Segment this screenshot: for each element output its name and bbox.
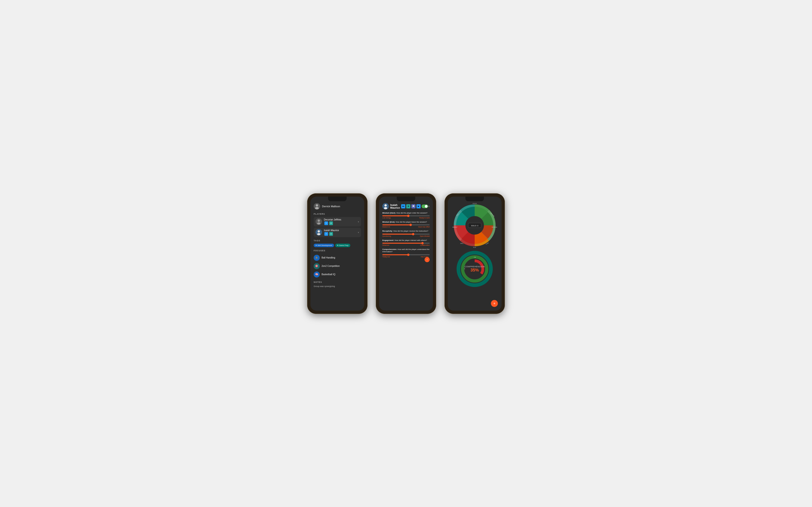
metric-1-track[interactable] bbox=[382, 224, 430, 225]
notch-3 bbox=[465, 196, 484, 201]
p2-icon-chat[interactable]: 💬 bbox=[411, 204, 415, 209]
comprehension-label: comprehension 35% bbox=[464, 265, 485, 272]
metric-4-track[interactable] bbox=[382, 254, 430, 255]
metric-3-question: Engagement: How did the player interact … bbox=[382, 239, 430, 241]
focus-2: 🧠 Basketball IQ bbox=[314, 270, 361, 279]
radial-svg: SOLO: 3 FOCUS DEFENSE OFFENSE GAME PLAY … bbox=[452, 202, 498, 248]
focus-1: 🎯 2on2 Competition bbox=[314, 262, 361, 270]
player-info-0: Decorian Jeffries ≡ ⊕ bbox=[315, 218, 341, 225]
metric-3-fill bbox=[382, 243, 422, 244]
metric-2-label-right: Open-Minded bbox=[420, 235, 430, 237]
metric-4-label-left: Totally lost bbox=[382, 256, 390, 258]
focus-0: ⛹ Ball Handling bbox=[314, 253, 361, 262]
svg-point-4 bbox=[318, 230, 320, 232]
coach-avatar bbox=[314, 203, 320, 210]
p2-header-left: Isaiah Maurice bbox=[382, 203, 401, 210]
svg-point-1 bbox=[315, 207, 319, 209]
comp-title: comprehension bbox=[464, 265, 485, 268]
phone-1-content: Derrick Mallison PLAYERS Decorian J bbox=[310, 196, 364, 311]
players-label: PLAYERS bbox=[314, 213, 361, 215]
metric-1-thumb bbox=[409, 224, 412, 226]
player-0-icon-2[interactable]: ⊕ bbox=[329, 221, 333, 225]
tags-label: TAGS bbox=[314, 239, 361, 242]
tag-game-prep[interactable]: ◈ Game Prep bbox=[335, 244, 350, 247]
svg-point-6 bbox=[385, 204, 387, 207]
toggle-dot bbox=[425, 205, 427, 208]
metric-4-question: Comprehension: How well did the player u… bbox=[382, 248, 430, 253]
metric-3-labels: Detached Collaborative bbox=[382, 244, 430, 246]
metric-2: Receptivity: How did the player receive … bbox=[382, 230, 430, 237]
comp-value: 35% bbox=[464, 268, 485, 272]
notch-1 bbox=[328, 196, 347, 201]
player-row-1[interactable]: Isaiah Maurice ≡ ⊕ ∨ bbox=[314, 228, 361, 237]
metric-0-thumb bbox=[407, 215, 409, 217]
phone-2: Isaiah Maurice 🛏 ⊕ 💬 ▶ ∧ bbox=[376, 193, 436, 314]
notes-content: Group was synergizing bbox=[314, 285, 361, 287]
metric-4-thumb bbox=[407, 253, 409, 256]
svg-text:→: → bbox=[473, 255, 476, 259]
p2-player-name: Isaiah Maurice bbox=[390, 204, 401, 209]
metric-1-labels: Mailed it in Gave max effort bbox=[382, 226, 430, 228]
player-row-0[interactable]: Decorian Jeffries ≡ ⊕ ∨ bbox=[314, 217, 361, 226]
metric-1-question: Mindset (End): How did the player leave … bbox=[382, 221, 430, 223]
player-name-1: Isaiah Maurice bbox=[324, 229, 339, 232]
metric-2-fill bbox=[382, 234, 413, 235]
coach-name: Derrick Mallison bbox=[322, 205, 340, 208]
p2-avatar bbox=[382, 203, 389, 210]
metric-0-label-left: Low energy bbox=[382, 217, 391, 219]
metric-4-labels: Totally lost Has it dow... bbox=[382, 256, 430, 258]
next-button[interactable]: › bbox=[424, 257, 430, 262]
tag-skill-dev[interactable]: ◈ Skill Development bbox=[314, 244, 334, 247]
metric-1: Mindset (End): How did the player leave … bbox=[382, 221, 430, 228]
svg-text:PLAY: PLAY bbox=[473, 247, 476, 248]
metric-2-label-left: Questioning bbox=[382, 235, 391, 237]
player-0-chevron: ∨ bbox=[358, 221, 359, 223]
p2-icon-bed[interactable]: 🛏 bbox=[401, 204, 405, 209]
metric-3: Engagement: How did the player interact … bbox=[382, 239, 430, 246]
phone-1: Derrick Mallison PLAYERS Decorian J bbox=[307, 193, 367, 314]
metric-4-label-right: Has it dow... bbox=[421, 256, 430, 258]
fab-button[interactable]: + bbox=[491, 300, 498, 307]
svg-point-2 bbox=[318, 220, 320, 222]
metric-2-question: Receptivity: How did the player receive … bbox=[382, 230, 430, 232]
player-1-icon-1[interactable]: ≡ bbox=[324, 232, 328, 236]
metric-1-label-right: Gave max effort bbox=[418, 226, 430, 228]
p2-icon-play[interactable]: ▶ bbox=[416, 204, 421, 209]
metric-0-track[interactable] bbox=[382, 215, 430, 216]
metric-2-thumb bbox=[412, 233, 414, 235]
metric-3-thumb bbox=[421, 242, 424, 244]
tags-container: ◈ Skill Development ◈ Game Prep bbox=[314, 244, 361, 247]
svg-text:MINDSET: MINDSET bbox=[452, 226, 458, 228]
radial-chart: SOLO: 3 FOCUS DEFENSE OFFENSE GAME PLAY … bbox=[452, 202, 498, 248]
metric-3-label-right: Collaborative bbox=[420, 244, 430, 246]
player-avatar-1 bbox=[315, 229, 322, 235]
metric-0: Mindset (Start): How did the player ente… bbox=[382, 212, 430, 219]
session-header: Derrick Mallison bbox=[314, 203, 361, 210]
p2-collapse[interactable]: ∧ bbox=[428, 205, 430, 208]
svg-point-0 bbox=[316, 204, 318, 207]
svg-text:DRILL: DRILL bbox=[460, 243, 463, 244]
metric-4-fill bbox=[382, 254, 408, 255]
svg-text:FOCUS: FOCUS bbox=[472, 203, 477, 204]
metric-4: Comprehension: How well did the player u… bbox=[382, 248, 430, 258]
metric-1-label-left: Mailed it in bbox=[382, 226, 390, 228]
tag-1-icon: ◈ bbox=[337, 244, 338, 246]
focus-0-name: Ball Handling bbox=[321, 257, 335, 259]
player-0-icon-1[interactable]: ≡ bbox=[324, 221, 328, 225]
phone-2-content: Isaiah Maurice 🛏 ⊕ 💬 ▶ ∧ bbox=[379, 196, 433, 311]
metric-3-track[interactable] bbox=[382, 243, 430, 244]
focus-2-name: Basketball IQ bbox=[321, 273, 335, 276]
svg-point-5 bbox=[317, 233, 320, 235]
player-1-icon-2[interactable]: ⊕ bbox=[329, 232, 333, 236]
phone-1-screen: Derrick Mallison PLAYERS Decorian J bbox=[310, 196, 364, 311]
metric-0-labels: Low energy Ready to work bbox=[382, 217, 430, 219]
notch-2 bbox=[397, 196, 415, 201]
p2-icon-plus[interactable]: ⊕ bbox=[406, 204, 410, 209]
metric-2-track[interactable] bbox=[382, 234, 430, 235]
player-name-col: Decorian Jeffries ≡ ⊕ bbox=[324, 218, 341, 225]
p2-header-icons: 🛏 ⊕ 💬 ▶ bbox=[401, 204, 428, 209]
p2-toggle[interactable] bbox=[421, 205, 428, 208]
focus-1-icon: 🎯 bbox=[314, 263, 320, 269]
svg-point-3 bbox=[317, 223, 320, 225]
p2-header: Isaiah Maurice 🛏 ⊕ 💬 ▶ ∧ bbox=[382, 203, 430, 210]
